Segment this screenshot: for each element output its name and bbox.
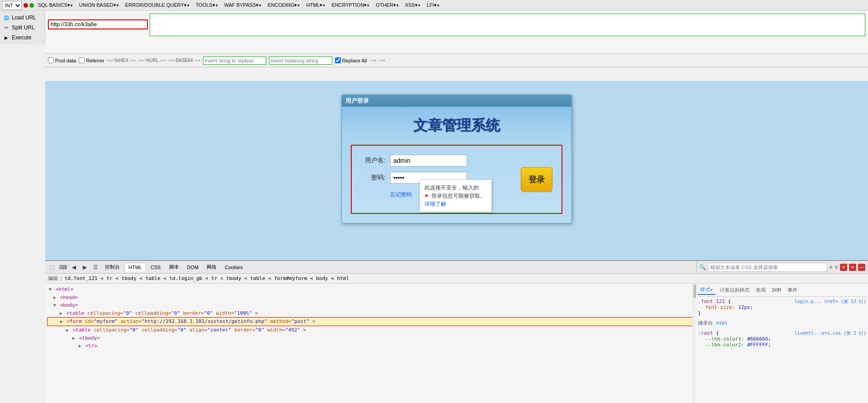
tooltip-line2: 登录信息可能被窃取。: [431, 193, 486, 199]
styles-tab-styles[interactable]: 样式▾: [698, 285, 716, 295]
hex-right-arrow-icon: ⟹: [129, 58, 136, 63]
menu-xss[interactable]: XSS▾: [403, 1, 423, 9]
inspect-element-btn[interactable]: ⬚: [47, 262, 57, 272]
base64-label[interactable]: BASE64: [176, 58, 193, 63]
url-label[interactable]: %URL: [146, 58, 159, 63]
expand-body-icon[interactable]: ▼: [53, 303, 56, 308]
status-dots: [24, 3, 34, 8]
menu-other[interactable]: OTHER▾: [373, 1, 401, 9]
sidebar-load-url[interactable]: 🌐 Load URL: [0, 13, 45, 23]
breadcrumb-path: td.font_121 < tr < tbody < table < td.lo…: [65, 275, 349, 281]
url-input[interactable]: [48, 19, 148, 29]
html-line-body: ▼ <body>: [47, 301, 694, 309]
expand-head-icon[interactable]: ▶: [53, 295, 56, 300]
url-textarea[interactable]: [150, 14, 865, 36]
login-button[interactable]: 登录: [521, 167, 552, 192]
url-area: [45, 11, 868, 54]
sidebar-split-url[interactable]: ✂ Split URL: [0, 23, 45, 33]
tab-console[interactable]: 控制台: [101, 262, 123, 272]
css-val-var2: #FFFFFF;: [747, 342, 771, 348]
double-arrow-icon: ⟹: [370, 58, 376, 63]
username-input[interactable]: [390, 155, 467, 166]
password-security-tooltip: 此连接不安全，输入的 ⚑ 登录信息可能被窃取。 详细了解: [420, 180, 492, 212]
menu-encoding[interactable]: ENCODING▾: [265, 1, 302, 9]
login-form-area: 用户名: 密码: 忘记密码 登录 此连接不安全，输入的: [351, 145, 562, 214]
html-panel: ▼ <html> ▶ <head> ▼ <body> ▶ <table cell…: [45, 284, 696, 403]
minimize-devtools-btn[interactable]: —: [858, 264, 865, 271]
hex-left-arrow-icon: ⟸: [107, 58, 113, 63]
tab-network[interactable]: 网络: [203, 262, 220, 272]
search-icon: 🔍: [699, 264, 706, 270]
menu-lfi[interactable]: LFI▾: [425, 1, 442, 9]
tab-script[interactable]: 脚本: [165, 262, 183, 272]
expand-table2-icon[interactable]: ▶: [66, 327, 69, 332]
menu-sql-basics[interactable]: SQL BASICS▾: [36, 1, 75, 9]
replace-all-checkbox[interactable]: [335, 57, 341, 63]
post-data-checkbox-item: Post data: [48, 57, 76, 63]
tab-cookies[interactable]: Cookies: [221, 263, 246, 271]
forward-btn[interactable]: ▶: [80, 262, 90, 272]
devtools-search-input[interactable]: [708, 263, 827, 272]
tooltip-warning-icon: ⚑: [425, 194, 429, 199]
insert-string-to-replace-input[interactable]: [203, 57, 266, 65]
css-inherit-label: 继承自: [698, 320, 716, 326]
html-line-head: ▶ <head>: [47, 294, 694, 302]
expand-html-icon[interactable]: ▼: [49, 287, 52, 292]
devtools-breadcrumb: 编辑 | td.font_121 < tr < tbody < table < …: [45, 274, 868, 284]
tab-dom[interactable]: DOM: [184, 263, 203, 271]
expand-table1-icon[interactable]: ▶: [60, 311, 62, 316]
css-rule-font121: .font_121 login.p... href= (第 13 行) { fo…: [698, 299, 866, 316]
back-btn[interactable]: ◀: [69, 262, 79, 272]
menu-waf-bypass[interactable]: WAF BYPASS▾: [222, 1, 264, 9]
url-row: [48, 13, 865, 36]
menu-error-double[interactable]: ERROR/DOUBLE QUERY▾: [123, 1, 192, 9]
hex-label[interactable]: 0xHEX: [114, 58, 128, 63]
styles-tab-computed[interactable]: 计算出的样式: [717, 286, 752, 294]
styles-tab-events[interactable]: 事件: [785, 286, 800, 294]
search-up-arrow[interactable]: ∧: [829, 264, 833, 270]
scrollbar[interactable]: [693, 284, 696, 403]
url-encode-group: ⟸ %URL ⟹: [138, 58, 166, 63]
menu-union-based[interactable]: UNION BASED▾: [77, 1, 121, 9]
expand-tr-icon[interactable]: ▶: [79, 343, 81, 348]
console-btn[interactable]: ⌨: [58, 262, 68, 272]
styles-tab-layout[interactable]: 布局: [754, 286, 768, 294]
css-rule-root: :root livehtt...ers.css (第 2 行) { --lhh-…: [698, 330, 866, 348]
tooltip-learn-more-link[interactable]: 详细了解: [425, 201, 446, 207]
int-select[interactable]: INT: [2, 1, 22, 10]
scrollbar-thumb: [693, 284, 696, 298]
dot-red: [24, 3, 28, 8]
post-data-label: Post data: [55, 58, 76, 63]
close-search-btn[interactable]: ✕: [840, 264, 847, 271]
expand-btn[interactable]: ☰: [90, 262, 100, 272]
post-data-checkbox[interactable]: [48, 57, 54, 63]
url-left-arrow-icon: ⟸: [138, 58, 145, 63]
html-line-tbody: ▶ <tbody>: [47, 334, 694, 342]
close-search-btn2[interactable]: ✕: [849, 264, 856, 271]
referrer-checkbox[interactable]: [79, 57, 85, 63]
tab-css[interactable]: CSS: [147, 263, 165, 271]
hex-encode-group: ⟸ 0xHEX ⟹: [107, 58, 136, 63]
devtools-search-bar: 🔍 ∧ ∨ ✕ ✕ —: [696, 261, 868, 274]
expand-tbody-icon[interactable]: ▶: [72, 336, 75, 341]
menu-tools[interactable]: TOOLS▾: [193, 1, 220, 9]
styles-tab-dom[interactable]: DOM: [770, 286, 783, 294]
css-inherit-section: 继承自 html: [698, 320, 866, 327]
css-val-var1: #666666;: [747, 336, 771, 342]
sidebar-execute[interactable]: ▶ Execute: [0, 33, 45, 43]
html-line-table2: ▶ <table cellspacing="0" cellpadding="0"…: [47, 326, 694, 334]
menu-encryption[interactable]: ENCRYPTION▾: [329, 1, 372, 9]
breadcrumb-edit-btn[interactable]: 编辑: [48, 275, 58, 282]
forgot-password-link[interactable]: 忘记密码: [390, 191, 412, 199]
css-inherit-html-link[interactable]: html: [716, 320, 728, 326]
expand-form-icon[interactable]: ▶: [60, 319, 63, 324]
insert-replacing-string-input[interactable]: [269, 57, 332, 65]
username-row: 用户名:: [361, 155, 552, 166]
css-file-link1[interactable]: login.p... href= (第 13 行): [795, 299, 866, 305]
search-down-arrow[interactable]: ∨: [835, 264, 838, 270]
dot-green: [29, 3, 34, 8]
tab-html[interactable]: HTML: [124, 263, 146, 271]
menu-html[interactable]: HTML▾: [304, 1, 327, 9]
css-file-link2[interactable]: livehtt...ers.css (第 2 行): [795, 330, 866, 337]
html-line-form[interactable]: ▶ <form id="myform" action="http://192.1…: [47, 317, 694, 326]
